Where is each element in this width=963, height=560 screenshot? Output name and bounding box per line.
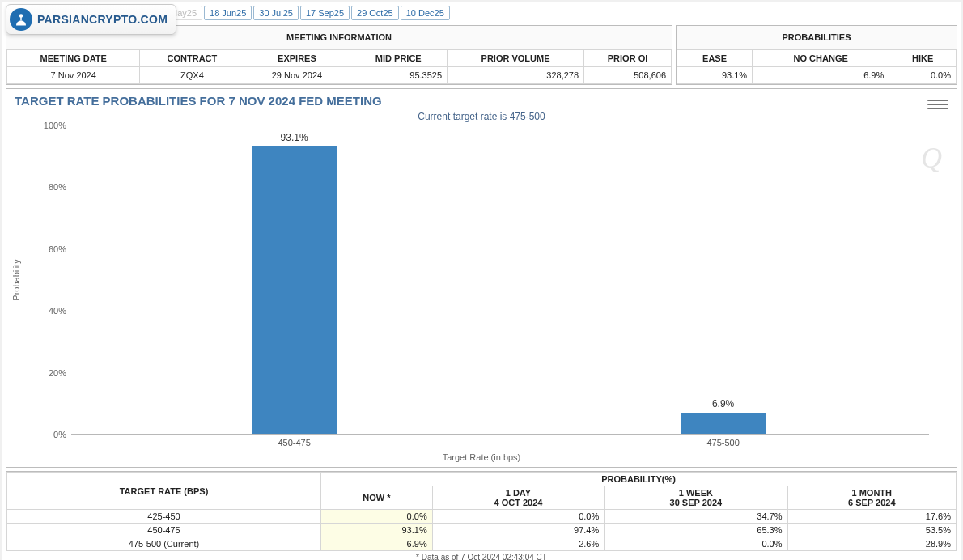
- pt-time-col: 1 DAY4 OCT 2024: [432, 486, 605, 510]
- site-logo-icon: [10, 8, 32, 31]
- watermark-badge: PARSIANCRYPTO.COM: [6, 4, 176, 35]
- tab-10dec25[interactable]: 10 Dec25: [401, 6, 450, 20]
- pt-cell: 2.6%: [432, 537, 605, 551]
- pt-rate: 450-475: [7, 524, 321, 537]
- mi-header: CONTRACT: [140, 50, 244, 67]
- pt-cell: 65.3%: [605, 524, 787, 537]
- mi-date: 7 Nov 2024: [7, 67, 140, 84]
- pt-cell: 93.1%: [321, 524, 433, 537]
- pr-ease: 93.1%: [677, 67, 753, 84]
- chart-menu-icon[interactable]: [927, 95, 948, 113]
- pt-rate: 475-500 (Current): [7, 537, 321, 551]
- pr-header: EASE: [677, 50, 753, 67]
- probability-table-panel: TARGET RATE (BPS)PROBABILITY(%)NOW *1 DA…: [6, 471, 957, 560]
- pt-cell: 0.0%: [321, 510, 433, 524]
- svg-rect-1: [20, 17, 22, 21]
- pt-rate: 425-450: [7, 510, 321, 524]
- pr-header: HIKE: [889, 50, 957, 67]
- chart-plot-area: 93.1%6.9%: [71, 125, 929, 435]
- pr-header: NO CHANGE: [753, 50, 889, 67]
- table-row: 425-4500.0%0.0%34.7%17.6%: [7, 510, 957, 524]
- pt-cell: 6.9%: [321, 537, 433, 551]
- chart-y-label: Probability: [11, 259, 21, 300]
- pr-nochange: 6.9%: [753, 67, 889, 84]
- x-category: 475-500: [706, 438, 739, 448]
- probabilities-panel: PROBABILITIES EASENO CHANGEHIKE 93.1% 6.…: [676, 25, 957, 85]
- table-row: 450-47593.1%97.4%65.3%53.5%: [7, 524, 957, 537]
- pt-cell: 17.6%: [787, 510, 956, 524]
- pr-hike: 0.0%: [889, 67, 957, 84]
- table-row: 475-500 (Current)6.9%2.6%0.0%28.9%: [7, 537, 957, 551]
- y-tick: 100%: [11, 121, 66, 130]
- y-tick: 40%: [11, 306, 66, 316]
- bar-value-label: 6.9%: [681, 398, 766, 409]
- bar-450-475[interactable]: [252, 146, 337, 434]
- mi-expires: 29 Nov 2024: [244, 67, 350, 84]
- chart-title: TARGET RATE PROBABILITIES FOR 7 NOV 2024…: [6, 89, 957, 112]
- tab-30jul25[interactable]: 30 Jul25: [253, 6, 299, 20]
- probabilities-table: EASENO CHANGEHIKE 93.1% 6.9% 0.0%: [677, 49, 957, 84]
- tab-17sep25[interactable]: 17 Sep25: [300, 6, 350, 20]
- mi-header: EXPIRES: [244, 50, 350, 67]
- chart-panel: TARGET RATE PROBABILITIES FOR 7 NOV 2024…: [6, 88, 957, 468]
- pt-cell: 0.0%: [432, 510, 605, 524]
- meeting-info-table: MEETING DATECONTRACTEXPIRESMID PRICEPRIO…: [6, 49, 672, 84]
- mi-header: PRIOR OI: [584, 50, 672, 67]
- watermark-text: PARSIANCRYPTO.COM: [37, 13, 168, 26]
- pt-cell: 0.0%: [605, 537, 787, 551]
- probability-table: TARGET RATE (BPS)PROBABILITY(%)NOW *1 DA…: [6, 472, 957, 551]
- mi-mid: 95.3525: [350, 67, 448, 84]
- y-tick: 0%: [11, 430, 66, 439]
- footnote: * Data as of 7 Oct 2024 02:43:04 CT: [6, 551, 957, 560]
- pt-time-col: NOW *: [321, 486, 433, 510]
- mi-header: MEETING DATE: [7, 50, 140, 67]
- tab-29oct25[interactable]: 29 Oct25: [351, 6, 399, 20]
- y-tick: 20%: [11, 368, 66, 378]
- pt-col-group: PROBABILITY(%): [321, 473, 957, 486]
- x-category: 450-475: [278, 438, 310, 448]
- chart-y-axis: Probability 0%20%40%60%80%100%: [11, 125, 66, 435]
- bar-value-label: 93.1%: [252, 132, 337, 143]
- y-tick: 80%: [11, 182, 66, 192]
- pt-cell: 34.7%: [605, 510, 787, 524]
- pt-cell: 53.5%: [787, 524, 956, 537]
- pt-cell: 28.9%: [787, 537, 956, 551]
- mi-oi: 508,606: [584, 67, 672, 84]
- mi-contract: ZQX4: [140, 67, 244, 84]
- pt-cell: 97.4%: [432, 524, 605, 537]
- chart-subtitle: Current target rate is 475-500: [6, 111, 957, 122]
- y-tick: 60%: [11, 244, 66, 254]
- probabilities-title: PROBABILITIES: [677, 26, 957, 49]
- chart-area: Probability 0%20%40%60%80%100% 93.1%6.9%…: [11, 125, 952, 462]
- bar-475-500[interactable]: [681, 413, 766, 434]
- pt-time-col: 1 WEEK30 SEP 2024: [605, 486, 787, 510]
- mi-header: MID PRICE: [350, 50, 448, 67]
- chart-x-categories: 450-475475-500: [71, 438, 929, 451]
- mi-volume: 328,278: [448, 67, 584, 84]
- chart-x-label: Target Rate (in bps): [11, 452, 952, 462]
- mi-header: PRIOR VOLUME: [448, 50, 584, 67]
- tab-18jun25[interactable]: 18 Jun25: [204, 6, 252, 20]
- pt-time-col: 1 MONTH6 SEP 2024: [787, 486, 956, 510]
- pt-col-rate: TARGET RATE (BPS): [7, 473, 321, 510]
